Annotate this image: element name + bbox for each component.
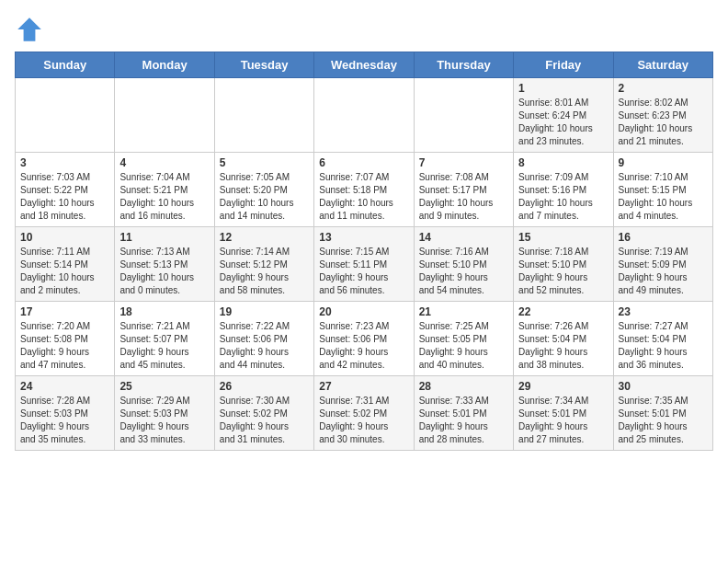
day-info: Sunrise: 7:22 AM Sunset: 5:06 PM Dayligh… <box>220 320 309 372</box>
day-header-tuesday: Tuesday <box>214 52 313 78</box>
day-number: 18 <box>119 305 209 318</box>
day-info: Sunrise: 8:01 AM Sunset: 6:24 PM Dayligh… <box>518 97 608 148</box>
day-number: 7 <box>419 156 508 169</box>
calendar-body: 1Sunrise: 8:01 AM Sunset: 6:24 PM Daylig… <box>16 78 713 451</box>
day-cell: 22Sunrise: 7:26 AM Sunset: 5:04 PM Dayli… <box>514 302 613 376</box>
day-number: 22 <box>518 305 608 318</box>
calendar: SundayMondayTuesdayWednesdayThursdayFrid… <box>15 52 713 451</box>
day-cell: 2Sunrise: 8:02 AM Sunset: 6:23 PM Daylig… <box>613 78 712 153</box>
day-info: Sunrise: 7:34 AM Sunset: 5:01 PM Dayligh… <box>518 395 608 446</box>
day-number: 29 <box>518 380 608 393</box>
day-cell <box>115 78 214 153</box>
day-cell: 11Sunrise: 7:13 AM Sunset: 5:13 PM Dayli… <box>115 227 214 302</box>
day-number: 16 <box>619 231 708 244</box>
calendar-header: SundayMondayTuesdayWednesdayThursdayFrid… <box>16 52 713 78</box>
day-info: Sunrise: 7:35 AM Sunset: 5:01 PM Dayligh… <box>619 395 708 446</box>
day-cell: 20Sunrise: 7:23 AM Sunset: 5:06 PM Dayli… <box>314 302 414 376</box>
day-cell: 26Sunrise: 7:30 AM Sunset: 5:02 PM Dayli… <box>214 376 313 451</box>
day-cell: 19Sunrise: 7:22 AM Sunset: 5:06 PM Dayli… <box>214 302 313 376</box>
day-cell: 17Sunrise: 7:20 AM Sunset: 5:08 PM Dayli… <box>16 302 115 376</box>
day-number: 1 <box>518 82 608 95</box>
day-info: Sunrise: 7:13 AM Sunset: 5:13 PM Dayligh… <box>119 246 209 297</box>
day-cell: 9Sunrise: 7:10 AM Sunset: 5:15 PM Daylig… <box>613 153 712 227</box>
day-cell: 29Sunrise: 7:34 AM Sunset: 5:01 PM Dayli… <box>514 376 613 451</box>
day-cell: 4Sunrise: 7:04 AM Sunset: 5:21 PM Daylig… <box>115 153 214 227</box>
day-cell: 24Sunrise: 7:28 AM Sunset: 5:03 PM Dayli… <box>16 376 115 451</box>
day-header-wednesday: Wednesday <box>314 52 414 78</box>
day-info: Sunrise: 7:07 AM Sunset: 5:18 PM Dayligh… <box>319 171 408 223</box>
day-number: 12 <box>220 231 309 244</box>
day-info: Sunrise: 7:09 AM Sunset: 5:16 PM Dayligh… <box>518 171 608 223</box>
day-cell: 8Sunrise: 7:09 AM Sunset: 5:16 PM Daylig… <box>514 153 613 227</box>
day-info: Sunrise: 7:26 AM Sunset: 5:04 PM Dayligh… <box>518 320 608 372</box>
day-cell: 14Sunrise: 7:16 AM Sunset: 5:10 PM Dayli… <box>414 227 513 302</box>
day-number: 14 <box>419 231 508 244</box>
day-cell <box>16 78 115 153</box>
day-cell: 27Sunrise: 7:31 AM Sunset: 5:02 PM Dayli… <box>314 376 414 451</box>
day-number: 6 <box>319 156 408 169</box>
day-info: Sunrise: 7:23 AM Sunset: 5:06 PM Dayligh… <box>319 320 408 372</box>
day-cell: 23Sunrise: 7:27 AM Sunset: 5:04 PM Dayli… <box>613 302 712 376</box>
day-header-thursday: Thursday <box>414 52 513 78</box>
day-number: 10 <box>20 231 109 244</box>
day-number: 21 <box>419 305 508 318</box>
day-header-friday: Friday <box>514 52 613 78</box>
day-info: Sunrise: 7:15 AM Sunset: 5:11 PM Dayligh… <box>319 246 408 297</box>
day-info: Sunrise: 7:18 AM Sunset: 5:10 PM Dayligh… <box>518 246 608 297</box>
day-header-monday: Monday <box>115 52 214 78</box>
day-info: Sunrise: 7:21 AM Sunset: 5:07 PM Dayligh… <box>119 320 209 372</box>
day-info: Sunrise: 7:11 AM Sunset: 5:14 PM Dayligh… <box>20 246 109 297</box>
day-number: 30 <box>619 380 708 393</box>
week-row-0: 1Sunrise: 8:01 AM Sunset: 6:24 PM Daylig… <box>16 78 713 153</box>
day-number: 9 <box>619 156 708 169</box>
week-row-2: 10Sunrise: 7:11 AM Sunset: 5:14 PM Dayli… <box>16 227 713 302</box>
day-info: Sunrise: 7:14 AM Sunset: 5:12 PM Dayligh… <box>220 246 309 297</box>
day-info: Sunrise: 7:27 AM Sunset: 5:04 PM Dayligh… <box>619 320 708 372</box>
day-headers-row: SundayMondayTuesdayWednesdayThursdayFrid… <box>16 52 713 78</box>
day-info: Sunrise: 7:19 AM Sunset: 5:09 PM Dayligh… <box>619 246 708 297</box>
day-cell: 16Sunrise: 7:19 AM Sunset: 5:09 PM Dayli… <box>613 227 712 302</box>
day-cell <box>214 78 313 153</box>
day-cell: 18Sunrise: 7:21 AM Sunset: 5:07 PM Dayli… <box>115 302 214 376</box>
day-number: 4 <box>119 156 209 169</box>
day-cell: 21Sunrise: 7:25 AM Sunset: 5:05 PM Dayli… <box>414 302 513 376</box>
day-number: 3 <box>20 156 109 169</box>
day-info: Sunrise: 7:25 AM Sunset: 5:05 PM Dayligh… <box>419 320 508 372</box>
day-info: Sunrise: 7:20 AM Sunset: 5:08 PM Dayligh… <box>20 320 109 372</box>
day-number: 13 <box>319 231 408 244</box>
day-number: 23 <box>619 305 708 318</box>
day-cell: 15Sunrise: 7:18 AM Sunset: 5:10 PM Dayli… <box>514 227 613 302</box>
day-cell: 5Sunrise: 7:05 AM Sunset: 5:20 PM Daylig… <box>214 153 313 227</box>
day-number: 26 <box>220 380 309 393</box>
day-info: Sunrise: 7:29 AM Sunset: 5:03 PM Dayligh… <box>119 395 209 446</box>
day-number: 17 <box>20 305 109 318</box>
day-info: Sunrise: 7:16 AM Sunset: 5:10 PM Dayligh… <box>419 246 508 297</box>
day-info: Sunrise: 7:04 AM Sunset: 5:21 PM Dayligh… <box>119 171 209 223</box>
logo-icon <box>15 15 44 44</box>
day-info: Sunrise: 7:05 AM Sunset: 5:20 PM Dayligh… <box>220 171 309 223</box>
day-number: 28 <box>419 380 508 393</box>
day-info: Sunrise: 7:08 AM Sunset: 5:17 PM Dayligh… <box>419 171 508 223</box>
day-cell: 12Sunrise: 7:14 AM Sunset: 5:12 PM Dayli… <box>214 227 313 302</box>
day-number: 20 <box>319 305 408 318</box>
day-cell: 10Sunrise: 7:11 AM Sunset: 5:14 PM Dayli… <box>16 227 115 302</box>
day-info: Sunrise: 7:31 AM Sunset: 5:02 PM Dayligh… <box>319 395 408 446</box>
day-number: 15 <box>518 231 608 244</box>
day-cell: 28Sunrise: 7:33 AM Sunset: 5:01 PM Dayli… <box>414 376 513 451</box>
day-number: 8 <box>518 156 608 169</box>
day-info: Sunrise: 7:33 AM Sunset: 5:01 PM Dayligh… <box>419 395 508 446</box>
week-row-3: 17Sunrise: 7:20 AM Sunset: 5:08 PM Dayli… <box>16 302 713 376</box>
day-cell: 3Sunrise: 7:03 AM Sunset: 5:22 PM Daylig… <box>16 153 115 227</box>
day-cell: 13Sunrise: 7:15 AM Sunset: 5:11 PM Dayli… <box>314 227 414 302</box>
week-row-1: 3Sunrise: 7:03 AM Sunset: 5:22 PM Daylig… <box>16 153 713 227</box>
day-info: Sunrise: 8:02 AM Sunset: 6:23 PM Dayligh… <box>619 97 708 148</box>
day-info: Sunrise: 7:10 AM Sunset: 5:15 PM Dayligh… <box>619 171 708 223</box>
svg-marker-0 <box>17 17 41 41</box>
day-number: 25 <box>119 380 209 393</box>
day-header-sunday: Sunday <box>16 52 115 78</box>
day-info: Sunrise: 7:03 AM Sunset: 5:22 PM Dayligh… <box>20 171 109 223</box>
day-cell: 30Sunrise: 7:35 AM Sunset: 5:01 PM Dayli… <box>613 376 712 451</box>
day-cell: 1Sunrise: 8:01 AM Sunset: 6:24 PM Daylig… <box>514 78 613 153</box>
day-cell <box>314 78 414 153</box>
day-number: 19 <box>220 305 309 318</box>
